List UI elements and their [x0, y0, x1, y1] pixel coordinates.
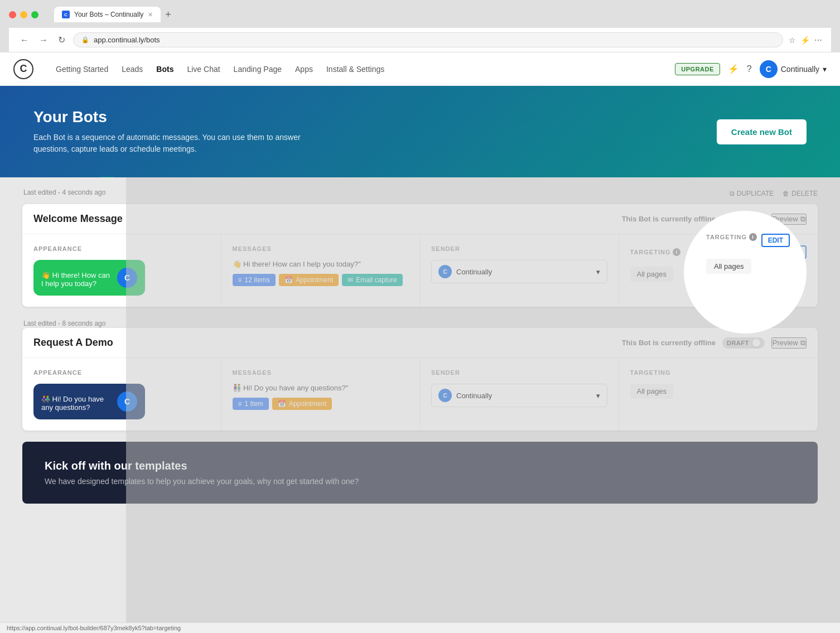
bot1-tag-email[interactable]: ✉ Email capture	[342, 274, 402, 286]
bot1-sender-select[interactable]: C Continually ▾	[431, 260, 607, 283]
refresh-button[interactable]: ↻	[56, 32, 67, 47]
bot1-sender-col: SENDER C Continually ▾	[420, 234, 619, 307]
lock-icon: 🔒	[81, 36, 89, 44]
bot2-appearance-label: APPEARANCE	[33, 369, 210, 376]
bot2-toggle[interactable]: DRAFT	[722, 337, 765, 349]
dropdown-icon: ▾	[823, 65, 827, 74]
browser-tab-bar: C Your Bots – Continually ✕ +	[54, 7, 831, 22]
bot2-section: Last edited - 8 seconds ago Request A De…	[22, 318, 818, 431]
bot2-targeting-col: TARGETING All pages	[619, 358, 818, 431]
bot1-status-text: This Bot is currently offline	[622, 215, 716, 223]
browser-titlebar: C Your Bots – Continually ✕ + ← → ↻ 🔒 ap…	[0, 0, 840, 52]
forward-button[interactable]: →	[37, 33, 50, 47]
url-text: app.continual.ly/bots	[94, 36, 160, 44]
spotlight-all-pages-badge: All pages	[706, 259, 751, 274]
bot1-sender-avatar: C	[438, 265, 452, 278]
bot2-sender-avatar-preview: C	[117, 392, 137, 412]
bot1-all-pages-badge: All pages	[630, 267, 673, 282]
app-header: C Getting Started Leads Bots Live Chat L…	[0, 52, 840, 86]
bot1-message-preview: 👋 Hi there! How can I help you today?"	[233, 260, 409, 268]
trash-icon: 🗑	[783, 190, 789, 197]
nav-leads[interactable]: Leads	[122, 62, 143, 76]
close-tab-button[interactable]: ✕	[148, 11, 153, 18]
bookmark-button[interactable]: ☆	[789, 36, 796, 45]
bot1-message-tags: ≡ 12 items 📅 Appointment ✉ Email capture	[233, 274, 409, 286]
templates-section: Kick off with our templates We have desi…	[22, 442, 818, 504]
close-window-button[interactable]	[9, 11, 16, 18]
bot1-sender-label: SENDER	[431, 245, 607, 252]
bot2-messages-col: MESSAGES 👫 Hi! Do you have any questions…	[221, 358, 421, 431]
duplicate-bot1-button[interactable]: ⧉ DUPLICATE	[730, 190, 774, 197]
bot1-appearance-label: APPEARANCE	[33, 245, 210, 252]
spotlight-overlay: TARGETING i EDIT All pages	[684, 211, 807, 334]
main-content: Last edited - 4 seconds ago ⧉ DUPLICATE …	[0, 177, 840, 622]
bot1-card-header: Welcome Message This Bot is currently of…	[22, 204, 818, 234]
new-tab-button[interactable]: +	[165, 9, 171, 21]
bot1-sender-name: Continually	[456, 268, 492, 276]
nav-bots[interactable]: Bots	[156, 62, 173, 76]
hero-description: Each Bot is a sequence of automatic mess…	[33, 132, 301, 155]
bot2-messages-label: MESSAGES	[233, 369, 409, 376]
bot1-actions: ⧉ DUPLICATE 🗑 DELETE	[730, 190, 818, 197]
bot2-card-body: APPEARANCE 👫 Hi! Do you have any questio…	[22, 358, 818, 431]
user-name: Continually	[781, 65, 819, 74]
bot1-bubble-text: 👋 Hi there! How can I help you today?	[41, 271, 112, 288]
targeting-info-icon: i	[673, 248, 680, 256]
browser-window: C Your Bots – Continually ✕ + ← → ↻ 🔒 ap…	[0, 0, 840, 633]
spotlight-edit-button[interactable]: EDIT	[761, 234, 790, 247]
header-right: UPGRADE ⚡ ? C Continually ▾	[675, 60, 827, 78]
duplicate-icon: ⧉	[730, 190, 735, 197]
help-button[interactable]: ?	[747, 64, 752, 74]
browser-actions: ☆ ⚡ ⋯	[789, 36, 822, 45]
app-nav: Getting Started Leads Bots Live Chat Lan…	[56, 62, 384, 76]
bot2-sender-col: SENDER C Continually ▾	[420, 358, 619, 431]
bot2-card-header: Request A Demo This Bot is currently off…	[22, 328, 818, 358]
templates-description: We have designed templates to help you a…	[45, 477, 795, 486]
settings-button[interactable]: ⋯	[814, 36, 822, 45]
extension-button[interactable]: ⚡	[800, 36, 810, 45]
bot2-message-preview: 👫 Hi! Do you have any questions?"	[233, 384, 409, 392]
bot2-sender-dropdown-icon: ▾	[596, 392, 600, 400]
upgrade-button[interactable]: UPGRADE	[675, 63, 720, 75]
app-logo: C	[13, 59, 33, 79]
nav-getting-started[interactable]: Getting Started	[56, 62, 108, 76]
bot1-tag-items[interactable]: ≡ 12 items	[233, 274, 276, 286]
status-url: https://app.continual.ly/bot-builder/687…	[7, 625, 181, 631]
bot1-chat-preview: 👋 Hi there! How can I help you today? C	[33, 260, 145, 296]
tab-title: Your Bots – Continually	[74, 11, 143, 18]
bot2-title: Request A Demo	[33, 337, 113, 349]
browser-toolbar: ← → ↻ 🔒 app.continual.ly/bots ☆ ⚡ ⋯	[9, 28, 831, 52]
bot1-messages-label: MESSAGES	[233, 245, 409, 252]
nav-install-settings[interactable]: Install & Settings	[326, 62, 384, 76]
hero-title: Your Bots	[33, 108, 301, 126]
back-button[interactable]: ←	[18, 33, 31, 47]
lightning-button[interactable]: ⚡	[728, 64, 739, 74]
bot2-preview-button[interactable]: Preview ⧉	[771, 337, 807, 349]
nav-live-chat[interactable]: Live Chat	[187, 62, 220, 76]
bot2-sender-select[interactable]: C Continually ▾	[431, 384, 607, 407]
user-menu[interactable]: C Continually ▾	[760, 60, 827, 78]
bot2-chat-preview: 👫 Hi! Do you have any questions? C	[33, 384, 145, 419]
nav-landing-page[interactable]: Landing Page	[234, 62, 282, 76]
nav-apps[interactable]: Apps	[295, 62, 313, 76]
delete-bot1-button[interactable]: 🗑 DELETE	[783, 190, 818, 197]
bot1-messages-col: MESSAGES 👋 Hi there! How can I help you …	[221, 234, 421, 307]
minimize-window-button[interactable]	[20, 11, 27, 18]
templates-title: Kick off with our templates	[45, 460, 795, 472]
browser-controls: C Your Bots – Continually ✕ +	[9, 7, 831, 22]
bot1-tag-appointment[interactable]: 📅 Appointment	[279, 274, 339, 286]
bot1-last-edited: Last edited - 4 seconds ago	[22, 189, 105, 196]
address-bar[interactable]: 🔒 app.continual.ly/bots	[73, 32, 783, 47]
maximize-window-button[interactable]	[31, 11, 38, 18]
bot2-toggle-circle	[752, 339, 760, 347]
bot2-all-pages-badge: All pages	[630, 384, 673, 399]
app-content: C Getting Started Leads Bots Live Chat L…	[0, 52, 840, 633]
bot1-sender-dropdown-icon: ▾	[596, 268, 600, 276]
bot2-tag-items[interactable]: ≡ 1 Item	[233, 398, 269, 410]
bot2-tag-appointment[interactable]: 📅 Appointment	[272, 398, 332, 410]
browser-tab-active[interactable]: C Your Bots – Continually ✕	[54, 7, 161, 22]
bot2-sender-name: Continually	[456, 392, 492, 400]
tab-favicon: C	[62, 11, 70, 18]
bot2-status-text: This Bot is currently offline	[622, 339, 716, 347]
create-new-bot-button[interactable]: Create new Bot	[717, 119, 807, 144]
